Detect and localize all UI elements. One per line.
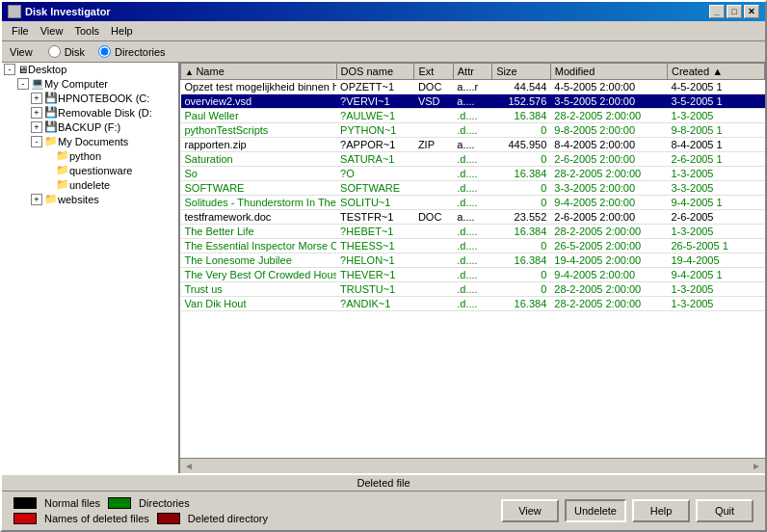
col-header-attr[interactable]: Attr (453, 64, 491, 80)
table-cell: ?HEBET~1 (336, 225, 414, 239)
table-cell: The Better Life (181, 225, 337, 239)
status-text: Deleted file (357, 477, 410, 489)
table-cell: Opzet test mogelijkheid binnen het K (181, 80, 337, 94)
table-cell: 4-5-2005 2:00:00 (550, 80, 667, 94)
table-row[interactable]: So?O.d....16.38428-2-2005 2:00:001-3-200… (181, 167, 765, 181)
tree-label-mydocs: My Documents (58, 136, 128, 147)
tree-node-mydocs[interactable]: - 📁 My Documents (2, 134, 178, 148)
tree-node-mycomputer[interactable]: - 💻 My Computer (2, 76, 178, 91)
table-cell: 16.384 (492, 167, 551, 181)
legend-directories-label: Directories (139, 497, 190, 509)
table-cell: 9-4-2005 1 (667, 268, 764, 282)
table-cell: 3-5-2005 2:00:00 (550, 94, 667, 109)
maximize-button[interactable]: □ (727, 5, 742, 18)
file-list-container[interactable]: Name DOS name Ext Attr Size Modified Cre… (180, 63, 765, 458)
expand-backup[interactable]: + (31, 121, 42, 133)
tree-node-backup[interactable]: + 💾 BACKUP (F:) (2, 120, 178, 134)
table-cell: The Lonesome Jubilee (181, 253, 337, 268)
file-table-body: Opzet test mogelijkheid binnen het KOPZE… (181, 80, 765, 311)
tree-label-mycomputer: My Computer (44, 78, 108, 90)
table-cell: .d.... (453, 239, 491, 253)
view-button[interactable]: View (501, 499, 559, 522)
tree-node-questionware[interactable]: 📁 questionware (2, 163, 178, 177)
table-cell: 9-8-2005 2:00:00 (550, 123, 667, 138)
table-cell: .d.... (453, 181, 491, 196)
undelete-button[interactable]: Undelete (565, 499, 626, 522)
menu-tools[interactable]: Tools (68, 23, 105, 39)
expand-desktop[interactable]: - (4, 64, 15, 75)
table-cell: Saturation (181, 152, 337, 167)
tree-node-python[interactable]: 📁 python (2, 148, 178, 163)
table-row[interactable]: The Essential Inspector Morse CollecTHEE… (181, 239, 765, 253)
main-window: Disk Investigator _ □ ✕ File View Tools … (0, 0, 767, 532)
tree-node-hpnotebook[interactable]: + 💾 HPNOTEBOOK (C: (2, 91, 178, 105)
table-cell: 3-3-2005 (667, 181, 764, 196)
table-cell (414, 268, 453, 282)
table-row[interactable]: SaturationSATURA~1.d....02-6-2005 2:00:0… (181, 152, 765, 167)
table-row[interactable]: rapporten.zip?APPOR~1ZIPa....445.9508-4-… (181, 138, 765, 152)
table-row[interactable]: overview2.vsd?VERVI~1VSDa....152.5763-5-… (181, 94, 765, 109)
col-header-size[interactable]: Size (492, 64, 551, 80)
menu-file[interactable]: File (6, 23, 35, 39)
expand-mycomputer[interactable]: - (17, 78, 29, 90)
drive-icon-hpnotebook: 💾 (44, 92, 58, 104)
table-cell: 9-8-2005 1 (667, 123, 764, 138)
col-header-dos[interactable]: DOS name (336, 64, 414, 80)
table-cell: SOFTWARE (336, 181, 414, 196)
col-header-name[interactable]: Name (181, 64, 337, 80)
menu-help[interactable]: Help (105, 23, 139, 39)
table-row[interactable]: Van Dik Hout?ANDIK~1.d....16.38428-2-200… (181, 297, 765, 311)
close-button[interactable]: ✕ (744, 5, 759, 18)
disk-radio-label[interactable]: Disk (48, 45, 85, 58)
tree-node-removable[interactable]: + 💾 Removable Disk (D: (2, 105, 178, 120)
tree-node-websites[interactable]: + 📁 websites (2, 192, 178, 206)
table-cell: SOFTWARE (181, 181, 337, 196)
tree-node-undelete[interactable]: 📁 undelete (2, 177, 178, 192)
table-cell: ?HELON~1 (336, 253, 414, 268)
table-cell: 1-3-2005 (667, 167, 764, 181)
table-row[interactable]: The Very Best Of Crowded HouseTHEVER~1.d… (181, 268, 765, 282)
table-cell (414, 181, 453, 196)
directories-radio-label[interactable]: Directories (98, 45, 166, 58)
menu-view[interactable]: View (35, 23, 69, 39)
table-row[interactable]: Paul Weller?AULWE~1.d....16.38428-2-2005… (181, 109, 765, 123)
help-button[interactable]: Help (632, 499, 690, 522)
col-header-ext[interactable]: Ext (414, 64, 453, 80)
col-header-created[interactable]: Created ▲ (667, 64, 764, 80)
col-header-modified[interactable]: Modified (550, 64, 667, 80)
button-group: View Undelete Help Quit (501, 499, 754, 522)
disk-radio[interactable] (48, 45, 61, 58)
expand-websites[interactable]: + (31, 194, 42, 205)
app-icon (8, 5, 21, 18)
table-row[interactable]: Trust usTRUSTU~1.d....028-2-2005 2:00:00… (181, 282, 765, 297)
table-row[interactable]: The Lonesome Jubilee?HELON~1.d....16.384… (181, 253, 765, 268)
table-row[interactable]: SOFTWARESOFTWARE.d....03-3-2005 2:00:003… (181, 181, 765, 196)
expand-removable[interactable]: + (31, 107, 42, 119)
window-controls: _ □ ✕ (709, 5, 759, 18)
table-row[interactable]: Solitudes - Thunderstorm In The WildSOLI… (181, 196, 765, 210)
expand-hpnotebook[interactable]: + (31, 93, 42, 104)
table-cell: 28-2-2005 2:00:00 (550, 297, 667, 311)
menu-bar: File View Tools Help (2, 21, 765, 41)
hscroll-area[interactable]: ◄ ► (180, 458, 765, 473)
table-cell: 26-5-2005 2:00:00 (550, 239, 667, 253)
table-row[interactable]: pythonTestScriptsPYTHON~1.d....09-8-2005… (181, 123, 765, 138)
table-cell: Van Dik Hout (181, 297, 337, 311)
tree-panel: - 🖥 Desktop - 💻 My Computer + 💾 HPNOTEBO… (2, 63, 180, 473)
table-row[interactable]: Opzet test mogelijkheid binnen het KOPZE… (181, 80, 765, 94)
quit-button[interactable]: Quit (696, 499, 754, 522)
table-row[interactable]: testframework.docTESTFR~1DOCa....23.5522… (181, 210, 765, 225)
directories-radio[interactable] (98, 45, 111, 58)
table-cell: THEESS~1 (336, 239, 414, 253)
expand-mydocs[interactable]: - (31, 136, 42, 147)
folder-icon-python: 📁 (56, 149, 69, 162)
table-cell: THEVER~1 (336, 268, 414, 282)
table-cell (414, 297, 453, 311)
table-cell (414, 109, 453, 123)
table-cell: 9-4-2005 1 (667, 196, 764, 210)
table-cell: 0 (492, 123, 551, 138)
tree-node-desktop[interactable]: - 🖥 Desktop (2, 63, 178, 76)
minimize-button[interactable]: _ (709, 5, 725, 18)
table-cell: 44.544 (492, 80, 551, 94)
table-row[interactable]: The Better Life?HEBET~1.d....16.38428-2-… (181, 225, 765, 239)
